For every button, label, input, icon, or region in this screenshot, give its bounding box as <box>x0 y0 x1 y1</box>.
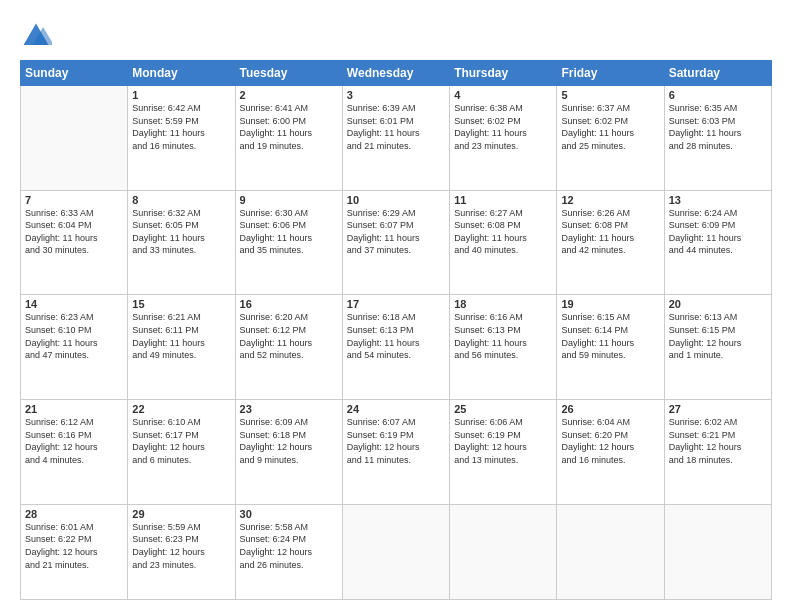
calendar-cell: 14Sunrise: 6:23 AMSunset: 6:10 PMDayligh… <box>21 295 128 400</box>
day-info: Sunrise: 6:41 AMSunset: 6:00 PMDaylight:… <box>240 102 338 152</box>
day-info: Sunrise: 6:18 AMSunset: 6:13 PMDaylight:… <box>347 311 445 361</box>
calendar-cell: 22Sunrise: 6:10 AMSunset: 6:17 PMDayligh… <box>128 400 235 505</box>
day-info: Sunrise: 6:12 AMSunset: 6:16 PMDaylight:… <box>25 416 123 466</box>
calendar-day-header: Monday <box>128 61 235 86</box>
day-info: Sunrise: 5:59 AMSunset: 6:23 PMDaylight:… <box>132 521 230 571</box>
calendar-cell: 17Sunrise: 6:18 AMSunset: 6:13 PMDayligh… <box>342 295 449 400</box>
day-info: Sunrise: 6:21 AMSunset: 6:11 PMDaylight:… <box>132 311 230 361</box>
calendar-day-header: Saturday <box>664 61 771 86</box>
day-number: 26 <box>561 403 659 415</box>
day-info: Sunrise: 6:24 AMSunset: 6:09 PMDaylight:… <box>669 207 767 257</box>
calendar-day-header: Wednesday <box>342 61 449 86</box>
calendar-cell: 23Sunrise: 6:09 AMSunset: 6:18 PMDayligh… <box>235 400 342 505</box>
logo <box>20 20 56 52</box>
calendar-cell: 4Sunrise: 6:38 AMSunset: 6:02 PMDaylight… <box>450 86 557 191</box>
day-info: Sunrise: 6:29 AMSunset: 6:07 PMDaylight:… <box>347 207 445 257</box>
calendar-cell: 7Sunrise: 6:33 AMSunset: 6:04 PMDaylight… <box>21 190 128 295</box>
day-info: Sunrise: 6:33 AMSunset: 6:04 PMDaylight:… <box>25 207 123 257</box>
calendar-cell: 1Sunrise: 6:42 AMSunset: 5:59 PMDaylight… <box>128 86 235 191</box>
page: SundayMondayTuesdayWednesdayThursdayFrid… <box>0 0 792 612</box>
day-info: Sunrise: 6:42 AMSunset: 5:59 PMDaylight:… <box>132 102 230 152</box>
calendar-cell <box>342 504 449 599</box>
calendar-cell: 29Sunrise: 5:59 AMSunset: 6:23 PMDayligh… <box>128 504 235 599</box>
calendar-cell: 8Sunrise: 6:32 AMSunset: 6:05 PMDaylight… <box>128 190 235 295</box>
day-number: 29 <box>132 508 230 520</box>
calendar-cell: 19Sunrise: 6:15 AMSunset: 6:14 PMDayligh… <box>557 295 664 400</box>
calendar-cell: 20Sunrise: 6:13 AMSunset: 6:15 PMDayligh… <box>664 295 771 400</box>
calendar-cell: 11Sunrise: 6:27 AMSunset: 6:08 PMDayligh… <box>450 190 557 295</box>
calendar-cell: 10Sunrise: 6:29 AMSunset: 6:07 PMDayligh… <box>342 190 449 295</box>
day-number: 9 <box>240 194 338 206</box>
day-info: Sunrise: 6:13 AMSunset: 6:15 PMDaylight:… <box>669 311 767 361</box>
day-info: Sunrise: 6:01 AMSunset: 6:22 PMDaylight:… <box>25 521 123 571</box>
calendar-cell <box>450 504 557 599</box>
day-info: Sunrise: 6:39 AMSunset: 6:01 PMDaylight:… <box>347 102 445 152</box>
day-number: 13 <box>669 194 767 206</box>
day-number: 28 <box>25 508 123 520</box>
day-info: Sunrise: 6:16 AMSunset: 6:13 PMDaylight:… <box>454 311 552 361</box>
calendar-cell: 21Sunrise: 6:12 AMSunset: 6:16 PMDayligh… <box>21 400 128 505</box>
day-info: Sunrise: 6:07 AMSunset: 6:19 PMDaylight:… <box>347 416 445 466</box>
day-info: Sunrise: 6:38 AMSunset: 6:02 PMDaylight:… <box>454 102 552 152</box>
calendar-cell <box>557 504 664 599</box>
day-number: 1 <box>132 89 230 101</box>
calendar-cell: 30Sunrise: 5:58 AMSunset: 6:24 PMDayligh… <box>235 504 342 599</box>
calendar-day-header: Tuesday <box>235 61 342 86</box>
day-info: Sunrise: 6:02 AMSunset: 6:21 PMDaylight:… <box>669 416 767 466</box>
calendar-cell: 25Sunrise: 6:06 AMSunset: 6:19 PMDayligh… <box>450 400 557 505</box>
calendar-cell: 18Sunrise: 6:16 AMSunset: 6:13 PMDayligh… <box>450 295 557 400</box>
day-number: 6 <box>669 89 767 101</box>
calendar-week-row: 21Sunrise: 6:12 AMSunset: 6:16 PMDayligh… <box>21 400 772 505</box>
day-number: 14 <box>25 298 123 310</box>
day-info: Sunrise: 6:15 AMSunset: 6:14 PMDaylight:… <box>561 311 659 361</box>
calendar-cell <box>664 504 771 599</box>
calendar-table: SundayMondayTuesdayWednesdayThursdayFrid… <box>20 60 772 600</box>
calendar-header-row: SundayMondayTuesdayWednesdayThursdayFrid… <box>21 61 772 86</box>
day-info: Sunrise: 6:32 AMSunset: 6:05 PMDaylight:… <box>132 207 230 257</box>
calendar-day-header: Thursday <box>450 61 557 86</box>
calendar-week-row: 28Sunrise: 6:01 AMSunset: 6:22 PMDayligh… <box>21 504 772 599</box>
day-info: Sunrise: 5:58 AMSunset: 6:24 PMDaylight:… <box>240 521 338 571</box>
calendar-cell: 2Sunrise: 6:41 AMSunset: 6:00 PMDaylight… <box>235 86 342 191</box>
calendar-cell: 13Sunrise: 6:24 AMSunset: 6:09 PMDayligh… <box>664 190 771 295</box>
day-number: 23 <box>240 403 338 415</box>
day-number: 10 <box>347 194 445 206</box>
calendar-cell: 27Sunrise: 6:02 AMSunset: 6:21 PMDayligh… <box>664 400 771 505</box>
day-info: Sunrise: 6:06 AMSunset: 6:19 PMDaylight:… <box>454 416 552 466</box>
day-number: 30 <box>240 508 338 520</box>
day-number: 8 <box>132 194 230 206</box>
calendar-cell: 12Sunrise: 6:26 AMSunset: 6:08 PMDayligh… <box>557 190 664 295</box>
day-info: Sunrise: 6:10 AMSunset: 6:17 PMDaylight:… <box>132 416 230 466</box>
day-number: 4 <box>454 89 552 101</box>
day-number: 5 <box>561 89 659 101</box>
day-info: Sunrise: 6:09 AMSunset: 6:18 PMDaylight:… <box>240 416 338 466</box>
calendar-cell: 24Sunrise: 6:07 AMSunset: 6:19 PMDayligh… <box>342 400 449 505</box>
calendar-cell <box>21 86 128 191</box>
day-number: 3 <box>347 89 445 101</box>
calendar-week-row: 1Sunrise: 6:42 AMSunset: 5:59 PMDaylight… <box>21 86 772 191</box>
day-number: 27 <box>669 403 767 415</box>
day-number: 11 <box>454 194 552 206</box>
day-number: 16 <box>240 298 338 310</box>
calendar-cell: 9Sunrise: 6:30 AMSunset: 6:06 PMDaylight… <box>235 190 342 295</box>
calendar-cell: 6Sunrise: 6:35 AMSunset: 6:03 PMDaylight… <box>664 86 771 191</box>
calendar-cell: 28Sunrise: 6:01 AMSunset: 6:22 PMDayligh… <box>21 504 128 599</box>
calendar-cell: 15Sunrise: 6:21 AMSunset: 6:11 PMDayligh… <box>128 295 235 400</box>
day-info: Sunrise: 6:20 AMSunset: 6:12 PMDaylight:… <box>240 311 338 361</box>
calendar-cell: 3Sunrise: 6:39 AMSunset: 6:01 PMDaylight… <box>342 86 449 191</box>
day-number: 7 <box>25 194 123 206</box>
day-number: 17 <box>347 298 445 310</box>
calendar-week-row: 14Sunrise: 6:23 AMSunset: 6:10 PMDayligh… <box>21 295 772 400</box>
calendar-day-header: Friday <box>557 61 664 86</box>
day-number: 15 <box>132 298 230 310</box>
day-number: 24 <box>347 403 445 415</box>
calendar-cell: 16Sunrise: 6:20 AMSunset: 6:12 PMDayligh… <box>235 295 342 400</box>
day-info: Sunrise: 6:35 AMSunset: 6:03 PMDaylight:… <box>669 102 767 152</box>
day-number: 18 <box>454 298 552 310</box>
day-number: 12 <box>561 194 659 206</box>
calendar-week-row: 7Sunrise: 6:33 AMSunset: 6:04 PMDaylight… <box>21 190 772 295</box>
day-number: 22 <box>132 403 230 415</box>
header <box>20 16 772 52</box>
day-number: 2 <box>240 89 338 101</box>
day-number: 25 <box>454 403 552 415</box>
